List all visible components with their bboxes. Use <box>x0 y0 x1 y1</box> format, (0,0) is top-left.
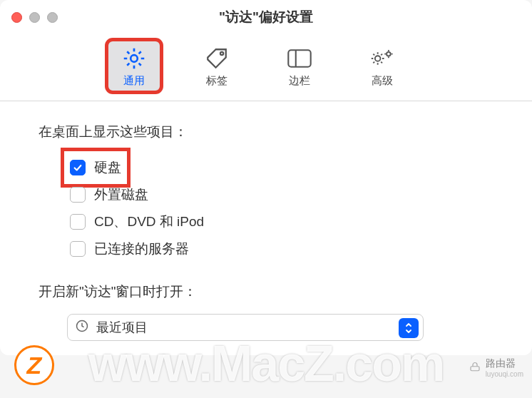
checkbox-harddisk-label: 硬盘 <box>94 158 121 177</box>
new-window-dropdown[interactable]: 最近项目 <box>67 314 424 341</box>
dropdown-selected-label: 最近项目 <box>96 319 148 336</box>
tab-tags-label: 标签 <box>206 74 227 88</box>
tag-icon <box>203 46 231 71</box>
minimize-button[interactable] <box>29 12 40 23</box>
titlebar: "访达"偏好设置 <box>0 0 532 34</box>
new-window-label: 开启新"访达"窗口时打开： <box>39 282 493 301</box>
tab-tags[interactable]: 标签 <box>190 40 244 92</box>
checkbox-cddvd-label: CD、DVD 和 iPod <box>94 213 204 231</box>
svg-point-4 <box>375 56 381 61</box>
tab-general-label: 通用 <box>123 74 145 88</box>
traffic-lights <box>11 12 58 23</box>
watermark-right-label: 路由器 <box>486 357 523 370</box>
tab-advanced[interactable]: 高级 <box>355 40 409 92</box>
gear-icon <box>120 46 148 71</box>
maximize-button[interactable] <box>47 12 58 23</box>
checkbox-row-servers[interactable]: 已连接的服务器 <box>67 235 493 262</box>
checkbox-row-external[interactable]: 外置磁盘 <box>67 181 493 208</box>
sidebar-icon <box>285 46 314 71</box>
checkbox-servers-label: 已连接的服务器 <box>94 240 189 258</box>
watermark-right-sub: luyouqi.com <box>486 370 523 378</box>
checkbox-cddvd[interactable] <box>70 214 86 230</box>
prefs-content: 在桌面上显示这些项目： 硬盘 外置磁盘 CD、DVD 和 iPod 已连接的服务… <box>0 101 532 355</box>
tab-advanced-label: 高级 <box>372 74 393 88</box>
close-button[interactable] <box>11 12 22 23</box>
clock-icon <box>75 319 89 336</box>
tab-general[interactable]: 通用 <box>107 40 161 92</box>
svg-point-5 <box>387 52 391 56</box>
checkbox-external[interactable] <box>70 187 86 203</box>
desktop-items-label: 在桌面上显示这些项目： <box>39 123 493 141</box>
tab-sidebar-label: 边栏 <box>289 74 310 88</box>
svg-point-0 <box>131 55 138 62</box>
checkbox-external-label: 外置磁盘 <box>94 185 148 204</box>
prefs-toolbar: 通用 标签 边栏 <box>0 34 532 101</box>
svg-rect-2 <box>288 50 310 67</box>
finder-preferences-window: "访达"偏好设置 通用 标签 <box>0 0 532 355</box>
dropdown-stepper-icon <box>399 318 419 338</box>
checkbox-harddisk[interactable] <box>70 160 86 175</box>
watermark-right: 路由器 luyouqi.com <box>469 357 523 378</box>
svg-point-1 <box>220 52 223 55</box>
svg-rect-7 <box>471 366 479 370</box>
gears-icon <box>368 46 397 71</box>
tab-sidebar[interactable]: 边栏 <box>272 40 327 92</box>
checkbox-servers[interactable] <box>70 241 86 257</box>
checkbox-row-cddvd[interactable]: CD、DVD 和 iPod <box>67 208 493 235</box>
window-title: "访达"偏好设置 <box>0 8 532 26</box>
checkbox-row-harddisk[interactable]: 硬盘 <box>67 154 124 181</box>
